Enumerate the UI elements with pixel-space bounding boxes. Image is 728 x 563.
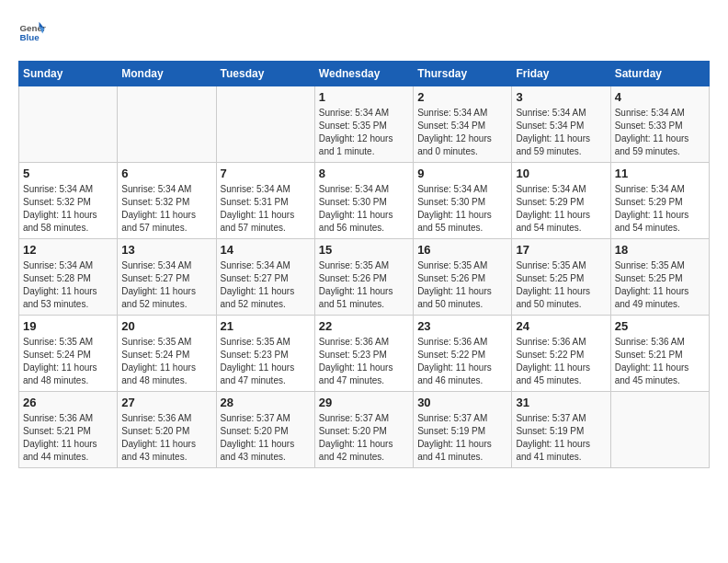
day-info: Sunrise: 5:36 AM Sunset: 5:20 PM Dayligh… [121, 412, 211, 464]
calendar-week-row: 19Sunrise: 5:35 AM Sunset: 5:24 PM Dayli… [19, 316, 710, 392]
page-header: General Blue [18, 18, 710, 46]
day-number: 16 [417, 243, 507, 257]
calendar-cell: 22Sunrise: 5:36 AM Sunset: 5:23 PM Dayli… [314, 316, 413, 392]
calendar-cell [216, 86, 314, 163]
calendar-cell: 19Sunrise: 5:35 AM Sunset: 5:24 PM Dayli… [19, 316, 118, 392]
day-info: Sunrise: 5:34 AM Sunset: 5:28 PM Dayligh… [23, 259, 113, 311]
day-number: 18 [615, 243, 705, 257]
day-number: 5 [23, 167, 113, 180]
day-number: 26 [23, 396, 113, 409]
calendar-cell: 7Sunrise: 5:34 AM Sunset: 5:31 PM Daylig… [216, 163, 314, 239]
day-number: 12 [23, 243, 113, 257]
day-info: Sunrise: 5:34 AM Sunset: 5:27 PM Dayligh… [121, 259, 211, 311]
day-number: 8 [319, 167, 409, 180]
calendar-week-row: 5Sunrise: 5:34 AM Sunset: 5:32 PM Daylig… [19, 163, 710, 239]
calendar-cell: 28Sunrise: 5:37 AM Sunset: 5:20 PM Dayli… [216, 392, 314, 468]
calendar-cell: 12Sunrise: 5:34 AM Sunset: 5:28 PM Dayli… [19, 239, 118, 316]
calendar-cell: 3Sunrise: 5:34 AM Sunset: 5:34 PM Daylig… [512, 86, 610, 163]
day-info: Sunrise: 5:34 AM Sunset: 5:35 PM Dayligh… [319, 107, 409, 158]
day-info: Sunrise: 5:34 AM Sunset: 5:27 PM Dayligh… [221, 259, 311, 311]
day-number: 27 [121, 396, 211, 409]
calendar-cell: 8Sunrise: 5:34 AM Sunset: 5:30 PM Daylig… [314, 163, 413, 239]
day-info: Sunrise: 5:37 AM Sunset: 5:19 PM Dayligh… [417, 412, 507, 464]
calendar-cell: 1Sunrise: 5:34 AM Sunset: 5:35 PM Daylig… [314, 86, 413, 163]
calendar-cell: 6Sunrise: 5:34 AM Sunset: 5:32 PM Daylig… [118, 163, 216, 239]
day-info: Sunrise: 5:36 AM Sunset: 5:21 PM Dayligh… [615, 336, 705, 387]
day-number: 17 [516, 243, 606, 257]
day-info: Sunrise: 5:35 AM Sunset: 5:26 PM Dayligh… [319, 259, 409, 311]
day-info: Sunrise: 5:37 AM Sunset: 5:19 PM Dayligh… [516, 412, 606, 464]
day-info: Sunrise: 5:36 AM Sunset: 5:21 PM Dayligh… [23, 412, 113, 464]
day-number: 30 [417, 396, 507, 409]
day-number: 15 [319, 243, 409, 257]
calendar-cell: 2Sunrise: 5:34 AM Sunset: 5:34 PM Daylig… [414, 86, 512, 163]
day-info: Sunrise: 5:36 AM Sunset: 5:22 PM Dayligh… [417, 336, 507, 387]
calendar-cell: 10Sunrise: 5:34 AM Sunset: 5:29 PM Dayli… [512, 163, 610, 239]
calendar-header-row: SundayMondayTuesdayWednesdayThursdayFrid… [19, 62, 710, 86]
day-number: 3 [516, 90, 606, 104]
weekday-header: Sunday [19, 62, 118, 86]
calendar-cell: 5Sunrise: 5:34 AM Sunset: 5:32 PM Daylig… [19, 163, 118, 239]
day-info: Sunrise: 5:34 AM Sunset: 5:34 PM Dayligh… [516, 107, 606, 158]
logo: General Blue [18, 18, 50, 46]
day-info: Sunrise: 5:34 AM Sunset: 5:29 PM Dayligh… [615, 183, 705, 235]
day-info: Sunrise: 5:35 AM Sunset: 5:25 PM Dayligh… [516, 259, 606, 311]
day-number: 13 [121, 243, 211, 257]
calendar-week-row: 26Sunrise: 5:36 AM Sunset: 5:21 PM Dayli… [19, 392, 710, 468]
calendar-cell: 15Sunrise: 5:35 AM Sunset: 5:26 PM Dayli… [314, 239, 413, 316]
day-number: 9 [417, 167, 507, 180]
weekday-header: Tuesday [216, 62, 314, 86]
day-number: 31 [516, 396, 606, 409]
day-info: Sunrise: 5:34 AM Sunset: 5:30 PM Dayligh… [319, 183, 409, 235]
day-info: Sunrise: 5:34 AM Sunset: 5:34 PM Dayligh… [417, 107, 507, 158]
calendar-cell: 18Sunrise: 5:35 AM Sunset: 5:25 PM Dayli… [610, 239, 709, 316]
day-number: 2 [417, 90, 507, 104]
calendar-cell: 30Sunrise: 5:37 AM Sunset: 5:19 PM Dayli… [414, 392, 512, 468]
calendar-cell: 16Sunrise: 5:35 AM Sunset: 5:26 PM Dayli… [414, 239, 512, 316]
day-info: Sunrise: 5:34 AM Sunset: 5:33 PM Dayligh… [615, 107, 705, 158]
weekday-header: Saturday [610, 62, 709, 86]
day-info: Sunrise: 5:35 AM Sunset: 5:24 PM Dayligh… [23, 336, 113, 387]
day-info: Sunrise: 5:37 AM Sunset: 5:20 PM Dayligh… [221, 412, 311, 464]
day-number: 7 [221, 167, 311, 180]
day-number: 11 [615, 167, 705, 180]
day-number: 14 [221, 243, 311, 257]
day-info: Sunrise: 5:37 AM Sunset: 5:20 PM Dayligh… [319, 412, 409, 464]
day-number: 21 [221, 319, 311, 333]
calendar-cell: 17Sunrise: 5:35 AM Sunset: 5:25 PM Dayli… [512, 239, 610, 316]
calendar-cell [118, 86, 216, 163]
svg-text:Blue: Blue [20, 32, 40, 42]
calendar-cell: 31Sunrise: 5:37 AM Sunset: 5:19 PM Dayli… [512, 392, 610, 468]
day-info: Sunrise: 5:34 AM Sunset: 5:32 PM Dayligh… [23, 183, 113, 235]
calendar-cell: 25Sunrise: 5:36 AM Sunset: 5:21 PM Dayli… [610, 316, 709, 392]
day-number: 10 [516, 167, 606, 180]
day-info: Sunrise: 5:36 AM Sunset: 5:22 PM Dayligh… [516, 336, 606, 387]
day-number: 29 [319, 396, 409, 409]
calendar-cell: 27Sunrise: 5:36 AM Sunset: 5:20 PM Dayli… [118, 392, 216, 468]
day-number: 19 [23, 319, 113, 333]
day-info: Sunrise: 5:34 AM Sunset: 5:32 PM Dayligh… [121, 183, 211, 235]
logo-icon: General Blue [18, 18, 46, 46]
day-info: Sunrise: 5:35 AM Sunset: 5:25 PM Dayligh… [615, 259, 705, 311]
day-info: Sunrise: 5:34 AM Sunset: 5:31 PM Dayligh… [221, 183, 311, 235]
day-info: Sunrise: 5:34 AM Sunset: 5:30 PM Dayligh… [417, 183, 507, 235]
calendar-week-row: 1Sunrise: 5:34 AM Sunset: 5:35 PM Daylig… [19, 86, 710, 163]
day-info: Sunrise: 5:35 AM Sunset: 5:26 PM Dayligh… [417, 259, 507, 311]
day-info: Sunrise: 5:35 AM Sunset: 5:24 PM Dayligh… [121, 336, 211, 387]
day-info: Sunrise: 5:35 AM Sunset: 5:23 PM Dayligh… [221, 336, 311, 387]
calendar-cell: 21Sunrise: 5:35 AM Sunset: 5:23 PM Dayli… [216, 316, 314, 392]
calendar-cell: 4Sunrise: 5:34 AM Sunset: 5:33 PM Daylig… [610, 86, 709, 163]
calendar-cell: 13Sunrise: 5:34 AM Sunset: 5:27 PM Dayli… [118, 239, 216, 316]
day-info: Sunrise: 5:34 AM Sunset: 5:29 PM Dayligh… [516, 183, 606, 235]
calendar-cell: 29Sunrise: 5:37 AM Sunset: 5:20 PM Dayli… [314, 392, 413, 468]
calendar-week-row: 12Sunrise: 5:34 AM Sunset: 5:28 PM Dayli… [19, 239, 710, 316]
calendar-cell [610, 392, 709, 468]
day-number: 24 [516, 319, 606, 333]
calendar-cell: 11Sunrise: 5:34 AM Sunset: 5:29 PM Dayli… [610, 163, 709, 239]
weekday-header: Wednesday [314, 62, 413, 86]
calendar-cell: 26Sunrise: 5:36 AM Sunset: 5:21 PM Dayli… [19, 392, 118, 468]
weekday-header: Monday [118, 62, 216, 86]
day-number: 28 [221, 396, 311, 409]
day-number: 6 [121, 167, 211, 180]
day-number: 4 [615, 90, 705, 104]
